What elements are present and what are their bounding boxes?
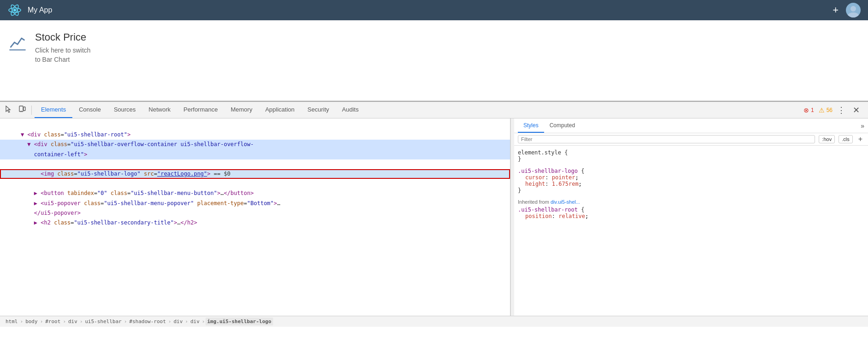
svg-rect-6 (9, 49, 25, 50)
code-line[interactable]: </ui5-popover> (0, 208, 510, 218)
styles-cls-button[interactable]: .cls (839, 135, 853, 143)
styles-filter-input[interactable] (518, 135, 815, 143)
breadcrumb-item[interactable]: div (188, 318, 201, 325)
elements-scrollbar[interactable] (510, 118, 514, 316)
devtools-more-button[interactable]: ⋮ (834, 104, 848, 116)
app-bar-right: + (833, 3, 861, 18)
css-prop-height: height: 1.675rem; (518, 181, 864, 187)
code-line[interactable]: <img class="ui5-shellbar-logo" src="reac… (0, 169, 510, 179)
devtools-tab-network[interactable]: Network (142, 102, 177, 118)
devtools-panel: ElementsConsoleSourcesNetworkPerformance… (0, 101, 868, 327)
element-style-rule: element.style {} (518, 149, 864, 162)
css-close-brace: } (518, 156, 864, 162)
shellbar-logo-rule: .ui5-shellbar-logo { cursor: pointer; he… (518, 168, 864, 194)
devtools-main: ▼ <div class="ui5-shellbar-root"> ▼ <div… (0, 118, 868, 316)
code-line[interactable]: ▶ <h2 class="ui5-shellbar-secondary-titl… (0, 218, 510, 228)
shellbar-root-rule: .ui5-shellbar-root { position: relative; (518, 206, 864, 219)
svg-point-5 (848, 12, 859, 18)
devtools-right-actions: ⊗ 1 ⚠ 56 ⋮ ✕ (803, 104, 866, 116)
styles-tab-styles[interactable]: Styles (518, 118, 544, 133)
breadcrumb-separator: › (20, 319, 24, 324)
code-line[interactable] (0, 159, 510, 169)
breadcrumb-item[interactable]: div (66, 318, 79, 325)
devtools-toolbar: ElementsConsoleSourcesNetworkPerformance… (0, 102, 868, 118)
code-line[interactable]: ▶ <ui5-popover class="ui5-shellbar-menu-… (0, 199, 510, 208)
styles-add-rule-button[interactable]: + (856, 135, 864, 143)
app-bar-left: My App (7, 3, 52, 18)
css-prop-position: position: relative; (518, 213, 864, 219)
devtools-tab-console[interactable]: Console (72, 102, 107, 118)
breadcrumb-item[interactable]: div (172, 318, 185, 325)
devtools-close-button[interactable]: ✕ (850, 104, 862, 116)
breadcrumb-separator: › (123, 319, 128, 324)
styles-panel: StylesComputed» :hov .cls + element.styl… (514, 118, 868, 316)
device-toolbar-icon[interactable] (16, 104, 29, 117)
user-avatar[interactable] (846, 3, 861, 18)
devtools-tab-memory[interactable]: Memory (224, 102, 259, 118)
stock-title: Stock Price (35, 31, 91, 43)
error-icon: ⊗ (803, 106, 809, 114)
devtools-tabs: ElementsConsoleSourcesNetworkPerformance… (35, 102, 803, 118)
stock-subtitle: Click here to switch to Bar Chart (35, 46, 91, 64)
breadcrumb-separator: › (79, 319, 83, 324)
app-content: Stock Price Click here to switch to Bar … (0, 20, 868, 101)
code-line[interactable]: container-left"> (0, 150, 510, 159)
element-selector-icon[interactable] (2, 104, 15, 117)
code-line[interactable] (0, 179, 510, 189)
devtools-tab-audits[interactable]: Audits (335, 102, 365, 118)
css-close-brace: } (518, 187, 864, 194)
breadcrumb-separator: › (62, 319, 66, 324)
css-selector: element.style { (518, 149, 864, 156)
styles-tabs: StylesComputed» (514, 118, 868, 133)
styles-hov-button[interactable]: :hov (819, 135, 835, 143)
svg-rect-8 (23, 107, 25, 111)
react-logo-icon (7, 3, 22, 18)
breadcrumb-item[interactable]: html (4, 318, 20, 325)
app-bar: My App + (0, 0, 868, 20)
styles-tab-computed[interactable]: Computed (544, 118, 581, 133)
breadcrumb-separator: › (201, 319, 205, 324)
breadcrumb-item[interactable]: ui5-shellbar (83, 318, 123, 325)
stock-info: Stock Price Click here to switch to Bar … (35, 31, 91, 64)
breadcrumb-separator: › (168, 319, 172, 324)
css-selector-shellbar-logo: .ui5-shellbar-logo { (518, 168, 864, 174)
devtools-tab-sources[interactable]: Sources (107, 102, 142, 118)
svg-point-0 (13, 9, 16, 12)
warning-count: 56 (827, 107, 833, 113)
styles-filter-bar: :hov .cls + (514, 133, 868, 146)
code-line[interactable]: ▼ <div class="ui5-shellbar-overflow-cont… (0, 140, 510, 149)
code-line[interactable]: ▶ <button tabindex="0" class="ui5-shellb… (0, 189, 510, 198)
devtools-tab-application[interactable]: Application (259, 102, 301, 118)
styles-content: element.style {} .ui5-shellbar-logo { cu… (514, 146, 868, 316)
elements-panel[interactable]: ▼ <div class="ui5-shellbar-root"> ▼ <div… (0, 118, 510, 316)
add-tab-button[interactable]: + (833, 5, 839, 15)
warning-badge: ⚠ 56 (819, 106, 833, 114)
stock-widget[interactable]: Stock Price Click here to switch to Bar … (7, 31, 91, 64)
inherited-cls-link[interactable]: div.ui5-shel... (551, 199, 580, 205)
svg-rect-7 (19, 106, 23, 112)
css-prop-cursor: cursor: pointer; (518, 174, 864, 181)
svg-point-9 (21, 111, 22, 112)
devtools-tab-security[interactable]: Security (301, 102, 335, 118)
breadcrumb-bar: html › body › #root › div › ui5-shellbar… (0, 316, 868, 327)
breadcrumb-separator: › (185, 319, 189, 324)
breadcrumb-item[interactable]: #shadow-root (128, 318, 168, 325)
app-title: My App (28, 6, 52, 14)
devtools-tab-performance[interactable]: Performance (177, 102, 224, 118)
breadcrumb-separator: › (40, 319, 44, 324)
svg-point-4 (850, 6, 856, 12)
css-selector-shellbar-root: .ui5-shellbar-root { (518, 206, 864, 213)
breadcrumb-item[interactable]: img.ui5-shellbar-logo (205, 318, 273, 325)
styles-more-button[interactable]: » (861, 122, 864, 130)
breadcrumb-item[interactable]: body (23, 318, 40, 325)
devtools-tab-elements[interactable]: Elements (35, 102, 72, 118)
error-badge: ⊗ 1 (803, 106, 814, 114)
inherited-from-label: Inherited from div.ui5-shel... (518, 199, 864, 205)
code-line[interactable]: ▼ <div class="ui5-shellbar-root"> (0, 130, 510, 140)
code-line[interactable] (0, 120, 510, 130)
error-count: 1 (811, 107, 814, 113)
breadcrumb-item[interactable]: #root (43, 318, 62, 325)
warning-icon: ⚠ (819, 106, 825, 114)
chart-icon (7, 33, 28, 57)
